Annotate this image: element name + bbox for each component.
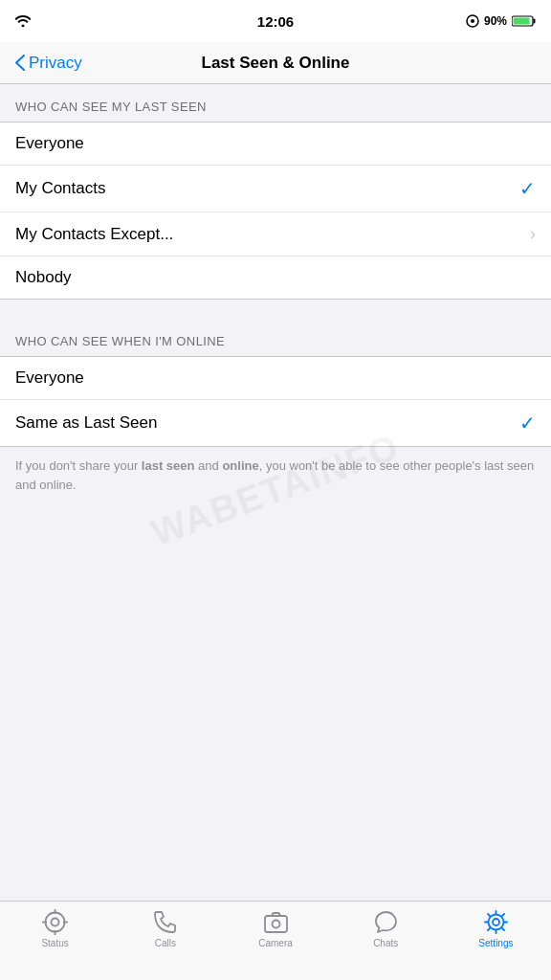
status-time: 12:06: [257, 13, 294, 30]
last-seen-everyone-label: Everyone: [15, 134, 84, 153]
camera-icon: [263, 909, 289, 935]
list-item-same-as-last-seen[interactable]: Same as Last Seen ✓: [0, 400, 551, 446]
svg-point-14: [488, 915, 503, 930]
back-chevron-icon: [15, 55, 25, 71]
tab-bar: Status Calls Camera Chats Settings: [0, 901, 551, 980]
last-seen-nobody-label: Nobody: [15, 268, 72, 287]
back-label: Privacy: [29, 54, 82, 73]
online-section-header: WHO CAN SEE WHEN I'M ONLINE: [0, 319, 551, 356]
settings-label: Settings: [478, 938, 513, 948]
info-bold-online: online: [222, 458, 258, 473]
last-seen-mycontacts-except-label: My Contacts Except...: [15, 225, 173, 244]
status-icon: [42, 909, 68, 935]
status-label: Status: [41, 938, 68, 948]
list-item-everyone-online[interactable]: Everyone: [0, 357, 551, 400]
svg-point-6: [52, 919, 59, 926]
svg-rect-3: [534, 19, 536, 24]
tab-calls[interactable]: Calls: [110, 909, 220, 948]
tab-status[interactable]: Status: [0, 909, 110, 948]
svg-point-1: [471, 19, 474, 23]
status-bar: 12:06 90%: [0, 0, 551, 42]
online-same-label: Same as Last Seen: [15, 413, 157, 433]
svg-rect-11: [265, 916, 287, 932]
last-seen-section-header: WHO CAN SEE MY LAST SEEN: [0, 84, 551, 122]
nav-bar: Privacy Last Seen & Online: [0, 42, 551, 84]
online-list: Everyone Same as Last Seen ✓: [0, 356, 551, 447]
battery-percent: 90%: [484, 14, 507, 28]
tab-settings[interactable]: Settings: [441, 909, 551, 948]
tab-chats[interactable]: Chats: [331, 909, 441, 948]
info-mid: and: [195, 458, 223, 473]
last-seen-list: Everyone My Contacts ✓ My Contacts Excep…: [0, 122, 551, 300]
svg-point-5: [46, 913, 65, 932]
svg-rect-4: [514, 18, 530, 25]
tab-camera[interactable]: Camera: [220, 909, 330, 948]
page-title: Last Seen & Online: [202, 54, 350, 73]
location-icon: [466, 14, 479, 28]
settings-icon: [483, 909, 509, 935]
back-button[interactable]: Privacy: [15, 54, 82, 73]
online-everyone-label: Everyone: [15, 368, 84, 388]
svg-point-12: [272, 921, 279, 928]
info-text: If you don't share your last seen and on…: [0, 447, 551, 505]
calls-icon: [152, 909, 178, 935]
list-item-nobody-lastseen[interactable]: Nobody: [0, 256, 551, 299]
info-bold-lastseen: last seen: [142, 458, 195, 473]
status-left: [15, 15, 31, 27]
camera-label: Camera: [258, 938, 293, 948]
last-seen-mycontacts-label: My Contacts: [15, 179, 105, 198]
chats-icon: [373, 909, 399, 935]
mycontacts-checkmark: ✓: [519, 177, 536, 200]
chats-label: Chats: [373, 938, 398, 948]
calls-label: Calls: [155, 938, 176, 948]
list-item-everyone-lastseen[interactable]: Everyone: [0, 122, 551, 166]
spacer-1: [0, 300, 551, 319]
battery-icon: [512, 15, 536, 27]
list-item-mycontacts-lastseen[interactable]: My Contacts ✓: [0, 166, 551, 212]
info-prefix: If you don't share your: [15, 458, 142, 473]
status-right: 90%: [466, 14, 536, 28]
mycontacts-except-chevron: ›: [530, 224, 536, 244]
wifi-icon: [15, 15, 31, 27]
list-item-mycontacts-except[interactable]: My Contacts Except... ›: [0, 212, 551, 256]
svg-point-13: [493, 919, 499, 925]
same-as-lastseen-checkmark: ✓: [519, 412, 536, 434]
